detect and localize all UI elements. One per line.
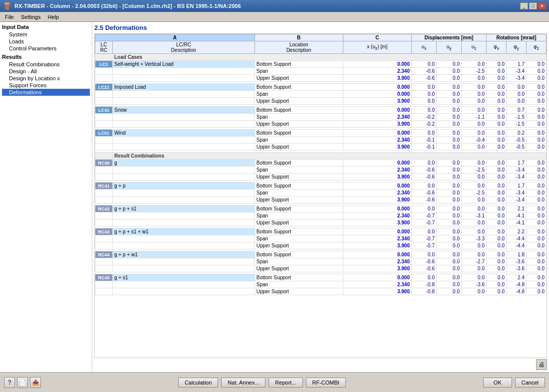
lc-id: RC43 [95,228,113,235]
table-row: Span 2.340 -0.6 0.0 -2.5 0.0 -3.4 0.0 [95,190,547,196]
cancel-button[interactable]: Cancel [515,378,545,388]
lc-id-empty [95,121,113,128]
pz-cell: 0.0 [527,98,547,105]
uz-cell: 0.0 [462,84,487,91]
py-cell: -3.4 [507,75,527,82]
px-cell: 0.0 [487,137,507,144]
lc-desc-empty [113,68,255,75]
sidebar-item-design-all[interactable]: Design - All [2,68,90,75]
help-icon-button[interactable]: ? [4,377,15,388]
lc-id: RC40 [95,160,113,167]
ux-cell: -0.8 [412,281,437,288]
py-cell: 0.2 [507,130,527,137]
x-cell: 3.900 [343,174,411,181]
lc-desc-empty [113,235,255,242]
px-cell: 0.0 [487,212,507,219]
ux-cell: 0.0 [412,205,437,212]
sidebar-item-design-location[interactable]: Design by Location x [2,75,90,82]
pz-cell: 0.0 [527,61,547,68]
ux-cell: 0.0 [412,84,437,91]
lc-desc-empty [113,98,255,105]
sidebar-item-loads[interactable]: Loads [2,38,90,45]
px-cell: 0.0 [487,190,507,196]
sidebar-item-control-parameters[interactable]: Control Parameters [2,45,90,52]
menu-file[interactable]: File [2,13,17,20]
uz-cell: -2.5 [462,68,487,75]
location-cell: Upper Support [255,144,343,151]
py-cell: -3.4 [507,196,527,203]
x-cell: 2.340 [343,258,411,265]
export-icon-button[interactable]: 📤 [30,377,41,388]
table-row: RC41 g + p Bottom Support 0.000 0.0 0.0 … [95,183,547,190]
table-row: Span 2.340 -0.7 0.0 -3.1 0.0 -4.1 0.0 [95,212,547,219]
ux-cell: 0.0 [412,130,437,137]
table-row: Upper Support 3.900 -0.6 0.0 0.0 0.0 -3.… [95,174,547,181]
location-cell: Span [255,212,343,219]
px-cell: 0.0 [487,219,507,226]
lc-desc-empty [113,258,255,265]
px-cell: 0.0 [487,183,507,190]
uy-cell: 0.0 [437,121,462,128]
py-cell: -4.4 [507,242,527,249]
header-location: LocationDescription [255,41,343,54]
table-row: RC44 g + p + w1 Bottom Support 0.000 0.0… [95,251,547,258]
location-cell: Upper Support [255,288,343,295]
minimize-button[interactable]: _ [520,2,528,9]
ux-cell: -0.2 [412,114,437,121]
lc-desc-empty [113,242,255,249]
rf-combi-button[interactable]: RF-COMBI [306,378,346,388]
sidebar-item-system[interactable]: System [2,31,90,38]
uz-cell: 0.0 [462,265,487,272]
section-header-row: Result Combinations [95,153,547,160]
lc-desc: Snow [113,107,255,114]
location-cell: Bottom Support [255,61,343,68]
pz-cell: 0.0 [527,137,547,144]
py-cell: -4.1 [507,219,527,226]
x-cell: 2.340 [343,190,411,196]
menu-settings[interactable]: Settings [18,13,44,20]
lc-desc-empty [113,265,255,272]
menu-help[interactable]: Help [44,13,62,20]
x-cell: 0.000 [343,228,411,235]
sidebar-item-deformations[interactable]: Deformations [2,89,90,96]
sidebar-item-support-forces[interactable]: Support Forces [2,82,90,89]
bottom-center-buttons: Calculation Nat. Annex... Report... RF-C… [178,378,346,388]
info-icon-button[interactable]: 📄 [17,377,28,388]
print-icon[interactable]: 🖨 [536,359,547,370]
deformations-table-container[interactable]: A B C Displacements [mm] Rotations [mrad… [94,33,547,358]
sidebar-item-result-combinations[interactable]: Result Combinations [2,61,90,68]
uz-cell: 0.0 [462,174,487,181]
nat-annex-button[interactable]: Nat. Annex... [221,378,266,388]
uy-cell: 0.0 [437,274,462,281]
header-pz: φz [527,41,547,54]
px-cell: 0.0 [487,288,507,295]
lc-desc: Self-weight + Vertical Load [113,61,255,68]
lc-id-empty [95,196,113,203]
py-cell: -1.5 [507,121,527,128]
uy-cell: 0.0 [437,228,462,235]
px-cell: 0.0 [487,98,507,105]
uz-cell: 0.0 [462,107,487,114]
table-row: Upper Support 3.900 0.0 0.0 0.0 0.0 0.0 … [95,98,547,105]
sidebar: Input Data System Loads Control Paramete… [0,22,92,372]
px-cell: 0.0 [487,228,507,235]
x-cell: 3.900 [343,242,411,249]
uy-cell: 0.0 [437,258,462,265]
table-header-row2: LCRC LC/RCDescription LocationDescriptio… [95,41,547,54]
location-cell: Span [255,91,343,98]
lc-desc-empty [113,219,255,226]
py-cell: 0.0 [507,91,527,98]
maximize-button[interactable]: □ [529,2,537,9]
lc-desc-empty [113,144,255,151]
ux-cell: -0.7 [412,219,437,226]
py-cell: 1.7 [507,160,527,167]
report-button[interactable]: Report... [269,378,302,388]
uy-cell: 0.0 [437,68,462,75]
ok-button[interactable]: OK [483,378,512,388]
table-row: Span 2.340 -0.7 0.0 -3.3 0.0 -4.4 0.0 [95,235,547,242]
pz-cell: 0.0 [527,196,547,203]
x-cell: 0.000 [343,160,411,167]
close-button[interactable]: ✕ [538,2,546,9]
table-row: Span 2.340 -0.6 0.0 -2.7 0.0 -3.6 0.0 [95,258,547,265]
calculation-button[interactable]: Calculation [178,378,218,388]
